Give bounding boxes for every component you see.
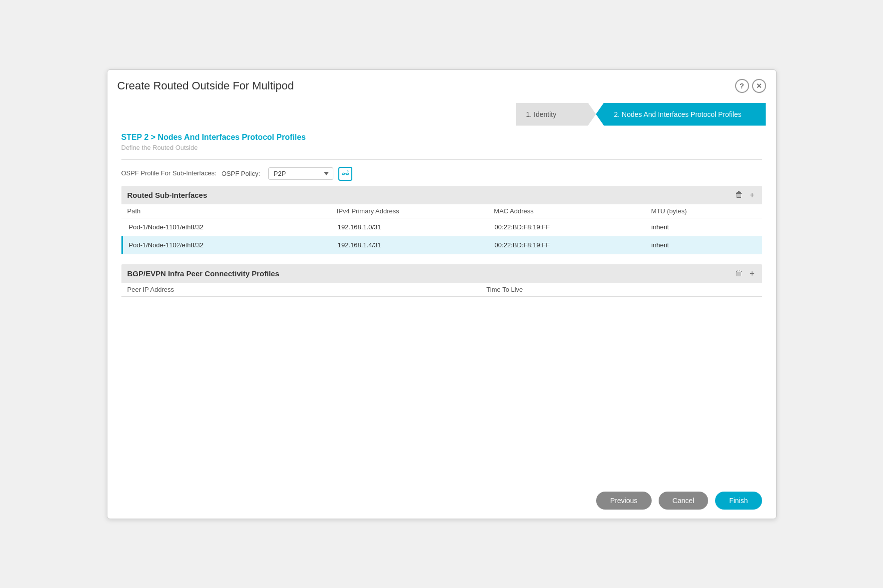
svg-line-4 bbox=[347, 170, 348, 171]
step-description: Define the Routed Outside bbox=[121, 144, 762, 151]
ospf-policy-label: OSPF Policy: bbox=[221, 170, 260, 177]
bgp-col-ttl: Time To Live bbox=[486, 286, 756, 293]
row2-mac: 00:22:BD:F8:19:FF bbox=[495, 241, 652, 249]
row2-mtu: inherit bbox=[651, 241, 756, 249]
col-mtu: MTU (bytes) bbox=[651, 207, 756, 215]
row2-ipv4: 192.168.1.4/31 bbox=[338, 241, 495, 249]
svg-rect-0 bbox=[342, 173, 344, 174]
ospf-section: OSPF Profile For Sub-Interfaces: OSPF Po… bbox=[121, 159, 762, 186]
bgp-table-title: BGP/EVPN Infra Peer Connectivity Profile… bbox=[127, 269, 735, 278]
step-heading: STEP 2 > Nodes And Interfaces Protocol P… bbox=[121, 133, 762, 142]
bgp-add-icon[interactable]: ＋ bbox=[748, 268, 756, 279]
previous-button[interactable]: Previous bbox=[596, 492, 651, 510]
bgp-col-headers: Peer IP Address Time To Live bbox=[121, 283, 762, 297]
col-ipv4: IPv4 Primary Address bbox=[337, 207, 494, 215]
table-row[interactable]: Pod-1/Node-1102/eth8/32 192.168.1.4/31 0… bbox=[121, 236, 762, 254]
step-2[interactable]: 2. Nodes And Interfaces Protocol Profile… bbox=[596, 103, 766, 126]
routed-table-actions: 🗑 ＋ bbox=[735, 190, 756, 200]
col-mac: MAC Address bbox=[494, 207, 651, 215]
cancel-button[interactable]: Cancel bbox=[659, 492, 709, 510]
step-1[interactable]: 1. Identity bbox=[516, 103, 596, 126]
row1-path: Pod-1/Node-1101/eth8/32 bbox=[129, 223, 338, 231]
bgp-table-header: BGP/EVPN Infra Peer Connectivity Profile… bbox=[121, 264, 762, 283]
row1-mtu: inherit bbox=[651, 223, 756, 231]
routed-col-headers: Path IPv4 Primary Address MAC Address MT… bbox=[121, 204, 762, 218]
routed-table-header: Routed Sub-Interfaces 🗑 ＋ bbox=[121, 186, 762, 204]
content-area: STEP 2 > Nodes And Interfaces Protocol P… bbox=[107, 126, 776, 483]
ospf-policy-select[interactable]: P2P Broadcast bbox=[268, 167, 333, 180]
stepper-row: 1. Identity 2. Nodes And Interfaces Prot… bbox=[107, 98, 776, 126]
dialog-footer: Previous Cancel Finish bbox=[107, 483, 776, 519]
header-icons: ? ✕ bbox=[735, 79, 766, 93]
svg-rect-1 bbox=[346, 173, 348, 174]
bgp-section: BGP/EVPN Infra Peer Connectivity Profile… bbox=[121, 264, 762, 337]
stepper: 1. Identity 2. Nodes And Interfaces Prot… bbox=[516, 103, 766, 126]
dialog-header: Create Routed Outside For Multipod ? ✕ bbox=[107, 70, 776, 98]
row1-ipv4: 192.168.1.0/31 bbox=[338, 223, 495, 231]
dialog: Create Routed Outside For Multipod ? ✕ 1… bbox=[107, 69, 777, 519]
col-path: Path bbox=[127, 207, 337, 215]
bgp-col-peer-ip: Peer IP Address bbox=[127, 286, 487, 293]
help-button[interactable]: ? bbox=[735, 79, 749, 93]
routed-sub-interfaces-section: Routed Sub-Interfaces 🗑 ＋ Path IPv4 Prim… bbox=[121, 186, 762, 254]
bgp-table-actions: 🗑 ＋ bbox=[735, 268, 756, 279]
row2-path: Pod-1/Node-1102/eth8/32 bbox=[129, 241, 338, 249]
routed-add-icon[interactable]: ＋ bbox=[748, 190, 756, 200]
row1-mac: 00:22:BD:F8:19:FF bbox=[495, 223, 652, 231]
ospf-label: OSPF Profile For Sub-Interfaces: bbox=[121, 169, 217, 178]
ospf-link-icon[interactable] bbox=[338, 167, 352, 181]
dialog-title: Create Routed Outside For Multipod bbox=[117, 79, 294, 92]
svg-line-3 bbox=[347, 170, 348, 171]
routed-table-title: Routed Sub-Interfaces bbox=[127, 191, 735, 199]
bgp-empty-area bbox=[121, 297, 762, 337]
table-row[interactable]: Pod-1/Node-1101/eth8/32 192.168.1.0/31 0… bbox=[121, 218, 762, 236]
finish-button[interactable]: Finish bbox=[715, 492, 762, 510]
routed-delete-icon[interactable]: 🗑 bbox=[735, 190, 743, 199]
bgp-delete-icon[interactable]: 🗑 bbox=[735, 269, 743, 278]
close-button[interactable]: ✕ bbox=[752, 79, 766, 93]
